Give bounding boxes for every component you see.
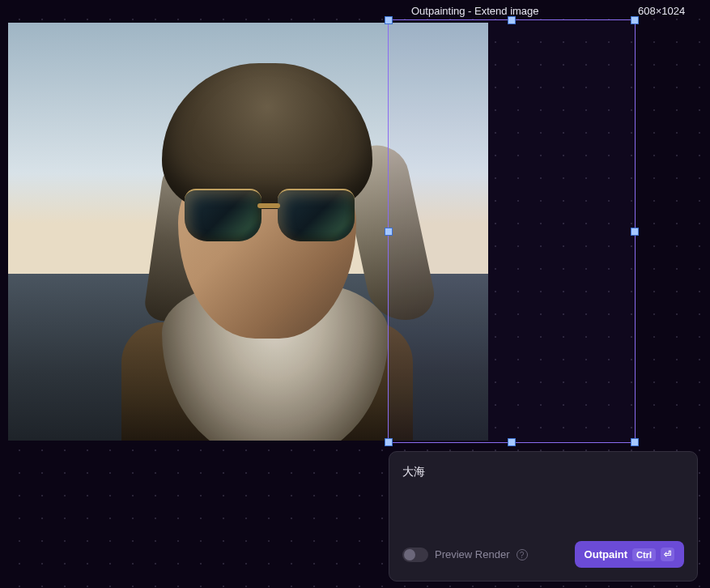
prompt-input[interactable] (402, 465, 684, 535)
shortcut-enter-icon: ⏎ (661, 548, 674, 561)
image-content (8, 23, 488, 441)
resize-handle-bl[interactable] (385, 438, 393, 446)
shortcut-ctrl: Ctrl (632, 548, 656, 561)
resize-handle-tm[interactable] (508, 16, 516, 24)
toggle-switch[interactable] (402, 548, 428, 562)
resize-handle-bm[interactable] (508, 438, 516, 446)
resize-handle-tr[interactable] (631, 16, 639, 24)
resize-handle-tl[interactable] (385, 16, 393, 24)
resize-handle-mr[interactable] (631, 228, 639, 236)
panel-footer: Preview Render ? Outpaint Ctrl ⏎ (402, 541, 684, 568)
resize-handle-ml[interactable] (385, 228, 393, 236)
help-icon[interactable]: ? (517, 549, 528, 560)
resize-handle-br[interactable] (631, 438, 639, 446)
selection-dimensions: 608×1024 (638, 5, 685, 17)
source-image[interactable] (8, 23, 488, 441)
outpaint-button[interactable]: Outpaint Ctrl ⏎ (575, 541, 684, 568)
selection-mode-label: Outpainting - Extend image (411, 5, 539, 17)
preview-render-label: Preview Render (435, 548, 510, 560)
preview-render-toggle[interactable]: Preview Render ? (402, 548, 528, 562)
toggle-knob (404, 549, 415, 560)
outpaint-button-label: Outpaint (585, 548, 627, 560)
prompt-panel: Preview Render ? Outpaint Ctrl ⏎ (389, 451, 698, 582)
